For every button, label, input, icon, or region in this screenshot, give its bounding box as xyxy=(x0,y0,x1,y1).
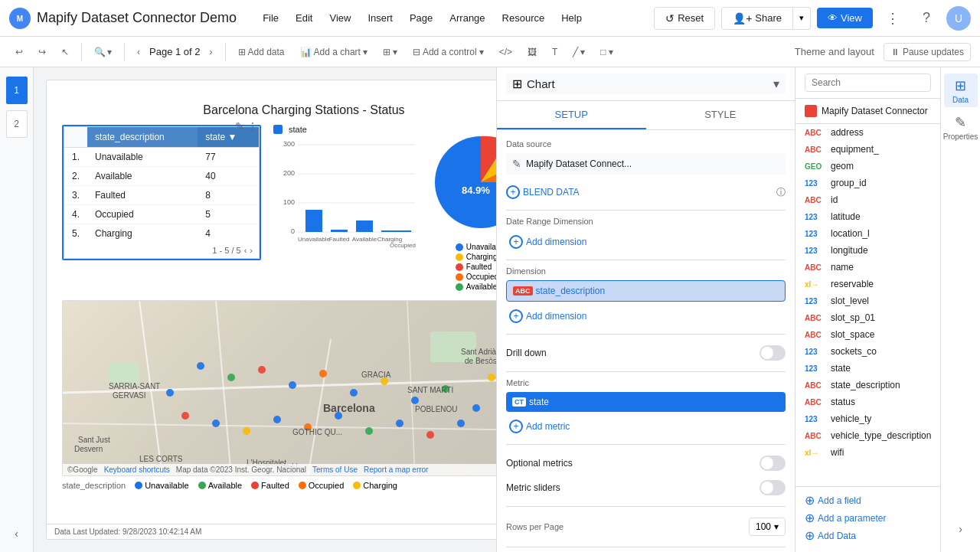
tab-style[interactable]: STYLE xyxy=(646,101,795,129)
add-data-button[interactable]: ⊞ Add data xyxy=(232,44,291,60)
field-location[interactable]: 123 location_l xyxy=(795,225,940,242)
select-tool[interactable]: ↖ xyxy=(55,44,75,60)
search-input[interactable] xyxy=(805,73,931,92)
next-page-icon[interactable]: › xyxy=(250,246,253,255)
blend-data-button[interactable]: + BLEND DATA ⓘ xyxy=(506,181,786,204)
rows-per-page-select[interactable]: 100 ▾ xyxy=(749,518,786,536)
image-button[interactable]: 🖼 xyxy=(521,44,543,60)
chart-type-selector[interactable]: ⊞ Chart ▾ xyxy=(506,73,786,94)
help-button[interactable]: ? xyxy=(913,5,940,32)
line-button[interactable]: ╱ ▾ xyxy=(567,44,591,60)
field-type-xl: xl→ xyxy=(805,280,826,289)
field-state-description[interactable]: ABC state_description xyxy=(795,377,940,394)
field-vehicle-type-desc[interactable]: ABC vehicle_type_description xyxy=(795,427,940,444)
menu-file[interactable]: File xyxy=(255,9,286,27)
sidebar-tab-properties[interactable]: ✎ Properties xyxy=(944,110,978,144)
menu-page[interactable]: Page xyxy=(402,9,440,27)
metric-value-box[interactable]: CT state xyxy=(506,392,786,412)
field-sockets[interactable]: 123 sockets_co xyxy=(795,343,940,360)
field-name: longitude xyxy=(831,245,868,256)
menu-edit[interactable]: Edit xyxy=(288,9,320,27)
collapse-sidebar-button[interactable]: ‹ xyxy=(8,524,24,543)
edit-datasource-icon[interactable]: ✎ xyxy=(512,158,521,170)
redo-button[interactable]: ↪ xyxy=(32,44,52,60)
dimension-label: Dimension xyxy=(506,266,786,276)
add-parameter-button[interactable]: ⊕ Add a parameter xyxy=(805,511,931,525)
properties-tab-icon: ✎ xyxy=(955,114,966,131)
add-dimension-button[interactable]: + Add dimension xyxy=(506,305,786,328)
field-slot-level[interactable]: 123 slot_level xyxy=(795,292,940,309)
field-wifi[interactable]: xl→ wifi xyxy=(795,444,940,461)
field-type-num: 123 xyxy=(805,297,826,305)
dimension-type-badge: ABC xyxy=(513,286,533,296)
menu-arrange[interactable]: Arrange xyxy=(442,9,492,27)
pause-updates-button[interactable]: ⏸ Pause updates xyxy=(884,43,971,61)
avatar[interactable]: U xyxy=(946,6,971,31)
zoom-control[interactable]: 🔍 ▾ xyxy=(88,44,118,60)
prev-page-button[interactable]: ‹ xyxy=(131,44,146,60)
dimension-value-box[interactable]: ABC state_description xyxy=(506,280,786,302)
edit-table-button[interactable]: ✎ xyxy=(235,120,244,132)
menu-help[interactable]: Help xyxy=(554,9,590,27)
field-name: name xyxy=(831,262,854,273)
field-latitude[interactable]: 123 latitude xyxy=(795,208,940,225)
add-date-dimension-button[interactable]: + Add dimension xyxy=(506,230,786,253)
sidebar-tab-data[interactable]: ⊞ Data xyxy=(944,73,978,107)
share-dropdown-button[interactable]: ▾ xyxy=(793,7,811,30)
undo-button[interactable]: ↩ xyxy=(9,44,29,60)
field-type-num: 123 xyxy=(805,364,826,373)
menu-insert[interactable]: Insert xyxy=(360,9,400,27)
field-group-id[interactable]: 123 group_id xyxy=(795,175,940,191)
text-button[interactable]: T xyxy=(546,44,564,60)
table-row: 1. Unavailable 77 xyxy=(64,148,259,167)
share-button[interactable]: 👤+ Share xyxy=(721,7,793,30)
field-vehicle-ty[interactable]: 123 vehicle_ty xyxy=(795,410,940,427)
drill-down-toggle[interactable] xyxy=(760,345,786,361)
more-options-button[interactable]: ⋮ xyxy=(879,5,906,32)
shape-button[interactable]: □ ▾ xyxy=(594,44,619,60)
reset-button[interactable]: ↺ Reset xyxy=(654,7,715,30)
metric-sliders-toggle[interactable] xyxy=(760,480,786,495)
code-icon: </> xyxy=(499,47,512,57)
field-status[interactable]: ABC status xyxy=(795,394,940,410)
page-2-thumb[interactable]: 2 xyxy=(6,110,28,138)
field-name: id xyxy=(831,194,838,205)
add-chart-button[interactable]: 📊 Add a chart ▾ xyxy=(294,44,374,60)
add-data-footer-button[interactable]: ⊕ Add Data xyxy=(805,528,931,543)
chart-row: ✎ ⋮ state_description xyxy=(62,125,496,291)
prev-page-icon[interactable]: ‹ xyxy=(244,246,247,255)
tab-setup[interactable]: SETUP xyxy=(497,101,646,129)
svg-point-34 xyxy=(181,412,189,420)
field-name-item[interactable]: ABC name xyxy=(795,259,940,276)
add-field-button[interactable]: ⊕ Add a field xyxy=(805,493,931,508)
add-metric-button[interactable]: + Add metric xyxy=(506,415,786,438)
theme-layout-button[interactable]: Theme and layout xyxy=(789,43,880,60)
svg-point-33 xyxy=(472,404,480,412)
terms-link[interactable]: Terms of Use xyxy=(312,465,358,474)
map-footer: ©Google Keyboard shortcuts Map data ©202… xyxy=(63,464,496,475)
divider-4 xyxy=(506,371,786,372)
menu-resource[interactable]: Resource xyxy=(495,9,553,27)
field-slot-sp01[interactable]: ABC slot_sp_01 xyxy=(795,309,940,326)
field-reservable[interactable]: xl→ reservable xyxy=(795,276,940,292)
next-page-button[interactable]: › xyxy=(204,44,219,60)
menu-view[interactable]: View xyxy=(322,9,358,27)
field-equipment[interactable]: ABC equipment_ xyxy=(795,141,940,158)
add-control-button[interactable]: ⊟ Add a control ▾ xyxy=(407,44,490,60)
page-1-thumb[interactable]: 1 xyxy=(6,77,28,104)
field-geom[interactable]: GEO geom xyxy=(795,158,940,175)
optional-metrics-toggle[interactable] xyxy=(760,456,786,471)
field-address[interactable]: ABC address xyxy=(795,124,940,141)
expand-panel-button[interactable]: › xyxy=(944,512,978,546)
field-slot-space[interactable]: ABC slot_space xyxy=(795,326,940,343)
view-button[interactable]: 👁 View xyxy=(817,8,873,28)
field-state[interactable]: 123 state xyxy=(795,360,940,377)
svg-text:SARRIA-SANT: SARRIA-SANT xyxy=(109,382,160,390)
keyboard-shortcuts[interactable]: Keyboard shortcuts xyxy=(104,465,170,474)
report-error-link[interactable]: Report a map error xyxy=(364,465,428,474)
field-id[interactable]: ABC id xyxy=(795,191,940,208)
more-table-button[interactable]: ⋮ xyxy=(247,120,258,132)
code-button[interactable]: </> xyxy=(493,44,518,60)
field-longitude[interactable]: 123 longitude xyxy=(795,242,940,259)
add-scorecard-button[interactable]: ⊞ ▾ xyxy=(377,44,403,60)
